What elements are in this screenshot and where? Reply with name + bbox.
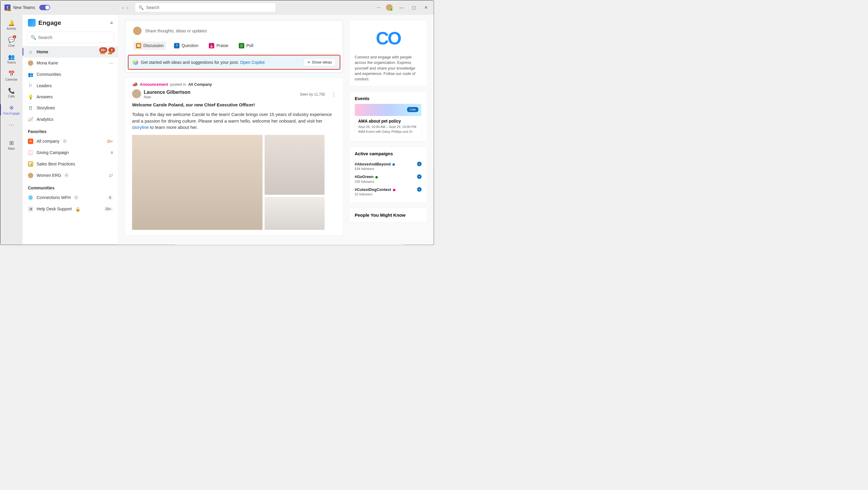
campaign-tag: #AboveAndBeyond xyxy=(355,162,391,166)
feed-post: 📣 Announcement posted in All Company Lau… xyxy=(125,77,343,235)
composer-input-row[interactable]: Share thoughts, ideas or updates xyxy=(131,26,337,39)
campaign-item[interactable]: #GoGreen 235 followers + xyxy=(355,173,422,186)
post-community-link[interactable]: All Company xyxy=(188,82,212,87)
pymk-title: People You Might Know xyxy=(355,213,422,218)
storyline-link[interactable]: storyline xyxy=(132,125,149,130)
event-date: Sept 28, 10:00 AM – Sept 29, 10:00 PM xyxy=(358,125,418,129)
app-rail: 🔔 Activity 💬 1 Chat 👥 Teams 📅 Calendar 📞… xyxy=(0,15,23,245)
community-help-desk-support[interactable]: 🖥 Help Desk Support 🔒 20+ xyxy=(23,203,118,215)
user-avatar-icon xyxy=(28,61,33,66)
more-icon: ⋯ xyxy=(9,121,14,128)
more-icon[interactable]: ⋯ xyxy=(109,61,113,66)
sidebar-item-label: Home xyxy=(37,50,48,54)
rail-calendar[interactable]: 📅 Calendar xyxy=(0,68,23,84)
new-teams-toggle[interactable] xyxy=(39,5,50,10)
open-copilot-link[interactable]: Open Copilot xyxy=(240,60,265,65)
tab-praise[interactable]: 🏅 Praise xyxy=(206,42,231,50)
sidebar-item-storylines[interactable]: 🗒 Storylines xyxy=(23,102,118,113)
rail-apps[interactable]: ⊞ Apps xyxy=(0,137,23,153)
sidebar-item-label: Women ERG xyxy=(37,173,61,178)
sidebar-item-label: Storylines xyxy=(37,106,55,110)
favorite-sales-best-practices[interactable]: 📊 Sales Best Practices xyxy=(23,159,118,170)
sidebar-item-label: Giving Campaign xyxy=(37,151,69,155)
campaign-followers: 235 followers xyxy=(355,179,378,184)
rail-calls[interactable]: 📞 Calls xyxy=(0,85,23,101)
engage-icon: ⊗ xyxy=(9,105,14,111)
sidebar-item-leaders[interactable]: ⚐ Leaders xyxy=(23,80,118,91)
post-time: Now xyxy=(144,95,191,99)
more-options-button[interactable]: ⋯ xyxy=(377,5,381,10)
campaigns-card: Active campaigns #AboveAndBeyond 534 fol… xyxy=(349,146,427,203)
tab-discussion[interactable]: 💬 Discussion xyxy=(133,42,166,50)
forward-button[interactable]: › xyxy=(127,4,129,10)
inbox-button[interactable]: 📥 20+ xyxy=(100,49,105,55)
event-title: AMA about pet policy xyxy=(358,119,418,124)
global-search-input[interactable]: 🔍 Search xyxy=(135,3,276,12)
people-icon: 👥 xyxy=(8,54,15,60)
question-icon: ? xyxy=(174,43,180,48)
leaders-icon: ⚐ xyxy=(28,83,33,89)
phone-icon: 📞 xyxy=(8,88,15,94)
sidebar-item-label: Sales Best Practices xyxy=(37,162,75,167)
event-meta: AMA Event with Daisy Phillips and 3+ xyxy=(358,129,418,134)
post-image[interactable] xyxy=(265,135,325,195)
sidebar-item-home[interactable]: ⌂ Home 📥 20+ 🔔 3 xyxy=(23,46,118,58)
community-icon: 🖥 xyxy=(28,206,33,212)
verified-icon: ⦿ xyxy=(74,195,78,200)
campaign-followers: 52 followers xyxy=(355,192,396,196)
add-campaign-button[interactable]: + xyxy=(417,187,422,192)
seen-by-count[interactable]: Seen by 11,750 xyxy=(300,92,325,96)
tab-question[interactable]: ? Question xyxy=(172,42,201,50)
rail-chat[interactable]: 💬 1 Chat xyxy=(0,34,23,50)
tab-poll[interactable]: ☱ Poll xyxy=(236,42,256,50)
verified-icon xyxy=(375,176,378,178)
add-campaign-button[interactable]: + xyxy=(417,174,422,179)
sidebar-item-answers[interactable]: 💡 Answers xyxy=(23,91,118,103)
minimize-button[interactable]: — xyxy=(398,4,405,11)
storylines-icon: 🗒 xyxy=(28,105,33,110)
post-images xyxy=(132,135,336,230)
author-name[interactable]: Laurence Gilbertson xyxy=(144,89,191,95)
favorite-giving-campaign[interactable]: ❤ Giving Campaign 8 xyxy=(23,147,118,159)
sidebar-item-analytics[interactable]: 📈 Analytics xyxy=(23,113,118,125)
hamburger-icon[interactable]: ≡ xyxy=(110,21,113,26)
post-image[interactable] xyxy=(132,135,262,230)
community-icon: ✳ xyxy=(28,139,33,144)
favorite-all-company[interactable]: ✳ All company ⦿ 20+ xyxy=(23,136,118,147)
home-icon: ⌂ xyxy=(28,49,33,54)
favorites-header: Favorites xyxy=(23,125,118,136)
campaign-item[interactable]: #AboveAndBeyond 534 followers + xyxy=(355,160,422,173)
analytics-icon: 📈 xyxy=(28,117,33,122)
maximize-button[interactable]: ▢ xyxy=(410,4,417,11)
composer-avatar xyxy=(133,27,142,35)
poll-icon: ☱ xyxy=(239,43,244,48)
sidebar-item-label: Analytics xyxy=(37,117,53,122)
rail-viva-engage[interactable]: ⊗ Viva Engage xyxy=(0,102,23,118)
author-avatar[interactable] xyxy=(132,89,141,98)
show-ideas-button[interactable]: ✦ Show ideas xyxy=(304,59,335,67)
rail-teams[interactable]: 👥 Teams xyxy=(0,51,23,67)
add-campaign-button[interactable]: + xyxy=(417,162,422,166)
post-more-button[interactable]: ⋮ xyxy=(332,92,336,97)
event-item[interactable]: Live AMA about pet policy Sept 28, 10:00… xyxy=(355,104,422,137)
search-icon: 🔍 xyxy=(31,35,36,40)
sidebar-item-communities[interactable]: 👥 Communities xyxy=(23,69,118,80)
notifications-button[interactable]: 🔔 3 xyxy=(107,49,113,55)
rail-activity[interactable]: 🔔 Activity xyxy=(0,18,23,33)
sidebar-item-user[interactable]: Mona Kane ⋯ xyxy=(23,58,118,69)
engage-search-input[interactable]: 🔍 Search xyxy=(27,32,114,43)
back-button[interactable]: ‹ xyxy=(122,4,124,10)
communities-header: Communities xyxy=(23,181,118,192)
co-logo: CO xyxy=(355,28,422,48)
community-connections-wfh[interactable]: 🌐 Connections WFH ⦿ 6 xyxy=(23,192,118,203)
favorite-women-erg[interactable]: Women ERG ⦿ 17 xyxy=(23,170,118,181)
close-button[interactable]: ✕ xyxy=(423,4,430,11)
app-name: New Teams xyxy=(13,5,35,10)
connect-text: Connect and engage with people across th… xyxy=(355,55,422,82)
rail-more[interactable]: ⋯ xyxy=(0,119,23,130)
user-avatar[interactable] xyxy=(386,4,393,11)
post-image[interactable] xyxy=(265,197,325,230)
engage-title: Engage xyxy=(38,19,61,26)
campaign-item[interactable]: #CutestDogContest 52 followers + xyxy=(355,185,422,198)
community-icon: 📊 xyxy=(28,162,33,167)
